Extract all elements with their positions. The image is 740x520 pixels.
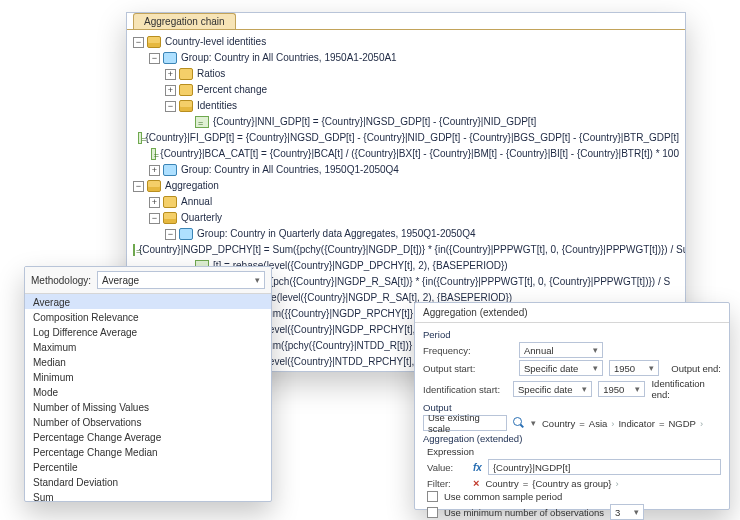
search-icon[interactable] xyxy=(513,417,525,429)
min-obs-value: 3 xyxy=(615,507,620,518)
crumb-indicator-label: Indicator xyxy=(618,418,654,429)
crumb-indicator-value[interactable]: NGDP xyxy=(668,418,695,429)
tree-row[interactable]: −Group: Country in All Countries, 1950A1… xyxy=(133,50,679,66)
collapse-icon[interactable]: − xyxy=(165,229,176,240)
filter-country-value[interactable]: {Country as group} xyxy=(532,478,611,489)
tree-node-label: {Country}|NNI_GDP[t] = {Country}|NGSD_GD… xyxy=(213,114,536,130)
tree-row[interactable]: +Percent change xyxy=(133,82,679,98)
methodology-select[interactable]: Average ▾ xyxy=(97,271,265,289)
output-start-mode-select[interactable]: Specific date▾ xyxy=(519,360,603,376)
expand-icon[interactable]: + xyxy=(149,197,160,208)
tree-row[interactable]: {Country}|BCA_CAT[t] = {Country}|BCA[t] … xyxy=(133,146,679,162)
checkbox-icon[interactable] xyxy=(427,507,438,518)
frequency-value: Annual xyxy=(524,345,554,356)
aggregation-extended-panel: Aggregation (extended) Period Frequency:… xyxy=(414,302,730,510)
tree-node-label: Country-level identities xyxy=(165,34,266,50)
tree-row[interactable]: −Aggregation xyxy=(133,178,679,194)
filter-breadcrumb: Country = {Country as group} › xyxy=(485,478,618,489)
methodology-item[interactable]: Minimum xyxy=(25,369,271,384)
value-label: Value: xyxy=(427,462,467,473)
output-start-year-select[interactable]: 1950▾ xyxy=(609,360,659,376)
tree-node-label: Identities xyxy=(197,98,237,114)
collapse-icon[interactable]: − xyxy=(133,37,144,48)
tree-row[interactable]: {Country}|NGDP_DPCHY[t] = Sum({pchy({Cou… xyxy=(133,242,679,258)
methodology-item[interactable]: Average xyxy=(25,294,271,309)
methodology-item[interactable]: Maximum xyxy=(25,339,271,354)
methodology-item[interactable]: Percentile xyxy=(25,459,271,474)
output-scale-select[interactable]: Use existing scale xyxy=(423,415,507,431)
clear-filter-icon[interactable]: × xyxy=(473,477,479,489)
methodology-item[interactable]: Sum xyxy=(25,489,271,502)
tree-row[interactable]: −Identities xyxy=(133,98,679,114)
chevron-down-icon: ▾ xyxy=(255,275,260,285)
fx-icon[interactable]: fx xyxy=(473,462,482,473)
tree-row[interactable]: −Country-level identities xyxy=(133,34,679,50)
filter-label: Filter: xyxy=(427,478,467,489)
common-sample-label: Use common sample period xyxy=(444,491,562,502)
spinner-icon[interactable]: ▾ xyxy=(634,507,639,517)
aggregation-extended-title: Aggregation (extended) xyxy=(415,303,729,323)
methodology-item[interactable]: Median xyxy=(25,354,271,369)
expand-icon[interactable]: + xyxy=(165,69,176,80)
crumb-separator-icon: › xyxy=(700,418,703,429)
ident-start-label: Identification start: xyxy=(423,384,507,395)
tree-row[interactable]: −Group: Country in Quarterly data Aggreg… xyxy=(133,226,679,242)
methodology-item[interactable]: Number of Observations xyxy=(25,414,271,429)
tree-node-label: {Country}|FI_GDP[t] = {Country}|NGSD_GDP… xyxy=(146,130,679,146)
chevron-down-icon: ▾ xyxy=(593,363,598,373)
min-obs-checkbox-row[interactable]: Use minimum number of observations 3▾ xyxy=(427,504,721,520)
output-start-mode-value: Specific date xyxy=(524,363,578,374)
tree-node-label: Annual xyxy=(181,194,212,210)
ident-start-mode-value: Specific date xyxy=(518,384,572,395)
tree-row[interactable]: +Ratios xyxy=(133,66,679,82)
expand-icon[interactable]: + xyxy=(165,85,176,96)
methodology-item[interactable]: Mode xyxy=(25,384,271,399)
methodology-list[interactable]: AverageComposition RelevanceLog Differen… xyxy=(25,294,271,502)
tree-row[interactable]: −Quarterly xyxy=(133,210,679,226)
collapse-icon[interactable]: − xyxy=(149,213,160,224)
crumb-separator-icon: › xyxy=(611,418,614,429)
tree-node-label: Percent change xyxy=(197,82,267,98)
collapse-icon[interactable]: − xyxy=(165,101,176,112)
tree-node-label: Group: Country in Quarterly data Aggrega… xyxy=(197,226,476,242)
chevron-down-icon: ▾ xyxy=(531,418,536,428)
min-obs-label: Use minimum number of observations xyxy=(444,507,604,518)
checkbox-icon[interactable] xyxy=(427,491,438,502)
tree-row[interactable]: {Country}|NNI_GDP[t] = {Country}|NGSD_GD… xyxy=(133,114,679,130)
ident-start-mode-select[interactable]: Specific date▾ xyxy=(513,381,592,397)
collapse-icon[interactable]: − xyxy=(149,53,160,64)
period-section-title: Period xyxy=(423,329,721,340)
folder-open-icon xyxy=(179,100,193,112)
methodology-item[interactable]: Composition Relevance xyxy=(25,309,271,324)
collapse-icon[interactable]: − xyxy=(133,181,144,192)
expression-label: Expression xyxy=(427,446,721,457)
methodology-item[interactable]: Log Difference Average xyxy=(25,324,271,339)
tree-node-label: {Country}|BCA_CAT[t] = {Country}|BCA[t] … xyxy=(160,146,679,162)
aggregation-chain-tab[interactable]: Aggregation chain xyxy=(133,13,236,29)
min-obs-input[interactable]: 3▾ xyxy=(610,504,644,520)
methodology-item[interactable]: Standard Deviation xyxy=(25,474,271,489)
methodology-item[interactable]: Percentage Change Average xyxy=(25,429,271,444)
methodology-item[interactable]: Percentage Change Median xyxy=(25,444,271,459)
common-sample-checkbox-row[interactable]: Use common sample period xyxy=(427,491,721,502)
frequency-select[interactable]: Annual▾ xyxy=(519,342,603,358)
output-scale-value: Use existing scale xyxy=(428,412,502,434)
tree-row[interactable]: +Group: Country in All Countries, 1950Q1… xyxy=(133,162,679,178)
expand-icon[interactable]: + xyxy=(149,165,160,176)
group-icon xyxy=(163,52,177,64)
ident-start-year-select[interactable]: 1950▾ xyxy=(598,381,645,397)
frequency-label: Frequency: xyxy=(423,345,513,356)
methodology-label: Methodology: xyxy=(31,275,91,286)
folder-icon xyxy=(179,84,193,96)
crumb-country-value[interactable]: Asia xyxy=(589,418,607,429)
output-end-label: Output end: xyxy=(671,363,721,374)
value-expression-input[interactable]: {Country}|NGDP[t] xyxy=(488,459,721,475)
methodology-item[interactable]: Number of Missing Values xyxy=(25,399,271,414)
methodology-selected: Average xyxy=(102,275,139,286)
chevron-down-icon: ▾ xyxy=(649,363,654,373)
filter-country-label: Country xyxy=(485,478,518,489)
tree-node-label: {Country}|NGDP_DPCHY[t] = Sum({pchy({Cou… xyxy=(139,242,686,258)
formula-icon xyxy=(151,148,156,160)
tree-row[interactable]: +Annual xyxy=(133,194,679,210)
tree-row[interactable]: {Country}|FI_GDP[t] = {Country}|NGSD_GDP… xyxy=(133,130,679,146)
